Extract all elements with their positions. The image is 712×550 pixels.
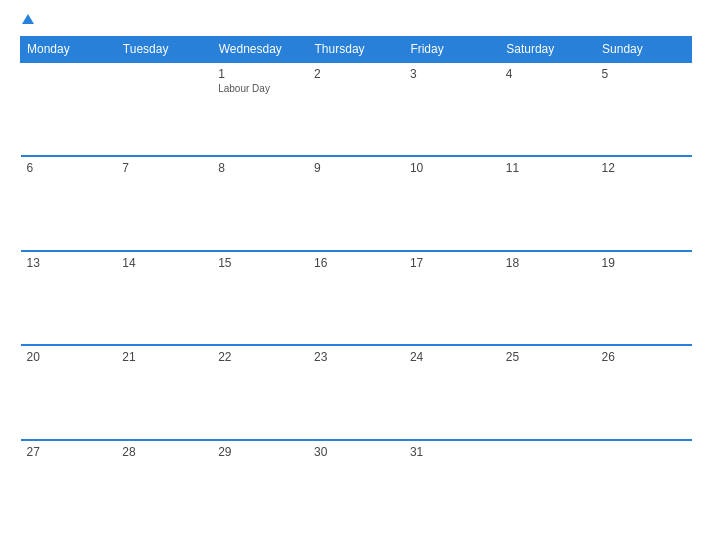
calendar-header-row: MondayTuesdayWednesdayThursdayFridaySatu… — [21, 37, 692, 63]
calendar-cell: 20 — [21, 345, 117, 439]
calendar-cell: 19 — [596, 251, 692, 345]
calendar-cell: 28 — [116, 440, 212, 534]
weekday-header-tuesday: Tuesday — [116, 37, 212, 63]
day-number: 18 — [506, 256, 590, 270]
day-number: 5 — [602, 67, 686, 81]
calendar-cell: 30 — [308, 440, 404, 534]
calendar-cell: 15 — [212, 251, 308, 345]
calendar-cell — [596, 440, 692, 534]
calendar-cell: 12 — [596, 156, 692, 250]
day-number: 23 — [314, 350, 398, 364]
weekday-header-thursday: Thursday — [308, 37, 404, 63]
calendar-cell — [116, 62, 212, 156]
calendar-cell: 17 — [404, 251, 500, 345]
calendar-cell: 1Labour Day — [212, 62, 308, 156]
calendar-week-row: 13141516171819 — [21, 251, 692, 345]
calendar-table: MondayTuesdayWednesdayThursdayFridaySatu… — [20, 36, 692, 534]
calendar-header — [20, 16, 692, 26]
calendar-cell — [21, 62, 117, 156]
calendar-cell — [500, 440, 596, 534]
calendar-cell: 16 — [308, 251, 404, 345]
weekday-header-friday: Friday — [404, 37, 500, 63]
weekday-header-sunday: Sunday — [596, 37, 692, 63]
day-number: 11 — [506, 161, 590, 175]
day-number: 31 — [410, 445, 494, 459]
logo-triangle-icon — [22, 14, 34, 24]
day-number: 30 — [314, 445, 398, 459]
calendar-week-row: 1Labour Day2345 — [21, 62, 692, 156]
day-number: 1 — [218, 67, 302, 81]
day-number: 29 — [218, 445, 302, 459]
calendar-cell: 13 — [21, 251, 117, 345]
calendar-cell: 7 — [116, 156, 212, 250]
calendar-cell: 25 — [500, 345, 596, 439]
day-number: 8 — [218, 161, 302, 175]
day-number: 21 — [122, 350, 206, 364]
calendar-cell: 9 — [308, 156, 404, 250]
day-number: 24 — [410, 350, 494, 364]
day-number: 15 — [218, 256, 302, 270]
day-number: 7 — [122, 161, 206, 175]
calendar-cell: 5 — [596, 62, 692, 156]
calendar-cell: 27 — [21, 440, 117, 534]
day-number: 6 — [27, 161, 111, 175]
day-number: 10 — [410, 161, 494, 175]
day-number: 28 — [122, 445, 206, 459]
day-number: 13 — [27, 256, 111, 270]
weekday-header-row: MondayTuesdayWednesdayThursdayFridaySatu… — [21, 37, 692, 63]
calendar-cell: 23 — [308, 345, 404, 439]
calendar-cell: 11 — [500, 156, 596, 250]
calendar-cell: 4 — [500, 62, 596, 156]
calendar-cell: 2 — [308, 62, 404, 156]
calendar-week-row: 2728293031 — [21, 440, 692, 534]
calendar-cell: 18 — [500, 251, 596, 345]
calendar-cell: 10 — [404, 156, 500, 250]
weekday-header-wednesday: Wednesday — [212, 37, 308, 63]
day-number: 12 — [602, 161, 686, 175]
day-number: 22 — [218, 350, 302, 364]
calendar-body: 1Labour Day23456789101112131415161718192… — [21, 62, 692, 534]
day-number: 4 — [506, 67, 590, 81]
day-number: 27 — [27, 445, 111, 459]
weekday-header-monday: Monday — [21, 37, 117, 63]
day-number: 19 — [602, 256, 686, 270]
calendar-cell: 21 — [116, 345, 212, 439]
calendar-week-row: 6789101112 — [21, 156, 692, 250]
day-number: 14 — [122, 256, 206, 270]
calendar-cell: 31 — [404, 440, 500, 534]
calendar-cell: 3 — [404, 62, 500, 156]
day-number: 17 — [410, 256, 494, 270]
calendar-cell: 8 — [212, 156, 308, 250]
calendar-week-row: 20212223242526 — [21, 345, 692, 439]
day-number: 26 — [602, 350, 686, 364]
day-number: 16 — [314, 256, 398, 270]
calendar-cell: 29 — [212, 440, 308, 534]
calendar-cell: 14 — [116, 251, 212, 345]
calendar-cell: 22 — [212, 345, 308, 439]
day-number: 20 — [27, 350, 111, 364]
calendar-cell: 26 — [596, 345, 692, 439]
day-number: 2 — [314, 67, 398, 81]
day-event: Labour Day — [218, 83, 302, 94]
logo — [20, 16, 34, 26]
calendar-cell: 24 — [404, 345, 500, 439]
calendar-page: MondayTuesdayWednesdayThursdayFridaySatu… — [0, 0, 712, 550]
day-number: 3 — [410, 67, 494, 81]
day-number: 9 — [314, 161, 398, 175]
weekday-header-saturday: Saturday — [500, 37, 596, 63]
day-number: 25 — [506, 350, 590, 364]
calendar-cell: 6 — [21, 156, 117, 250]
